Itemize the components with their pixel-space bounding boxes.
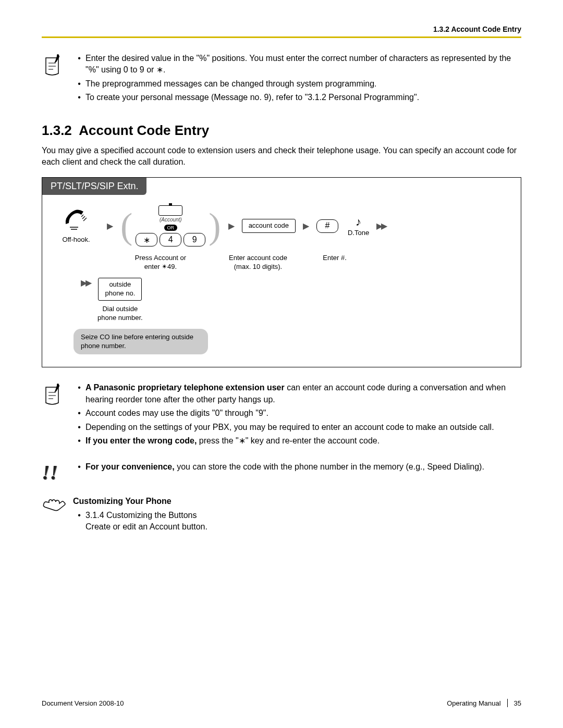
footer-doc-version: Document Version 2008-10 bbox=[42, 699, 124, 707]
outside-phone-box: outsidephone no. bbox=[98, 278, 142, 301]
footer-manual-name: Operating Manual bbox=[447, 699, 500, 707]
footer-page-number: 35 bbox=[514, 699, 521, 707]
caption-offhook: Off-hook. bbox=[62, 236, 90, 244]
header-rule bbox=[42, 36, 521, 38]
svg-point-9 bbox=[57, 384, 59, 386]
key-4: 4 bbox=[160, 233, 181, 246]
account-button-label: (Account) bbox=[160, 217, 182, 223]
arrow-icon: ▶ bbox=[107, 221, 113, 231]
handset-icon bbox=[63, 207, 90, 231]
note-bullet: Enter the desired value in the "%" posit… bbox=[85, 53, 521, 76]
exclaim-icon: !! bbox=[42, 462, 73, 483]
account-button-icon bbox=[158, 205, 182, 216]
caption-press-account: Press Account or enter ✴49. bbox=[121, 254, 200, 272]
key-9: 9 bbox=[183, 233, 205, 246]
note-bullet: Depending on the settings of your PBX, y… bbox=[85, 422, 521, 433]
note-icon bbox=[42, 54, 64, 78]
footer-separator bbox=[507, 699, 508, 707]
customize-bullet: 3.1.4 Customizing the ButtonsCreate or e… bbox=[85, 510, 521, 533]
tip-block: !! • For your convenience, you can store… bbox=[42, 461, 521, 483]
double-arrow-icon: ▶▶ bbox=[81, 278, 90, 288]
procedure-box: PT/SLT/PS/SIP Extn. Off-hook. ▶ ( bbox=[42, 177, 521, 367]
section-intro: You may give a specified account code to… bbox=[42, 145, 521, 168]
music-note-icon: ♪ bbox=[356, 215, 361, 229]
note-bullet: To create your personal message (Message… bbox=[85, 92, 521, 103]
section-heading: 1.3.2 Account Code Entry bbox=[42, 122, 521, 139]
customize-block: Customizing Your Phone • 3.1.4 Customizi… bbox=[42, 496, 521, 535]
procedure-tab: PT/SLT/PS/SIP Extn. bbox=[42, 178, 146, 195]
tip-bullet: For your convenience, you can store the … bbox=[85, 461, 521, 473]
account-code-box: account code bbox=[242, 219, 296, 233]
note-block-top: •Enter the desired value in the "%" posi… bbox=[42, 53, 521, 106]
header-breadcrumb: 1.3.2 Account Code Entry bbox=[42, 25, 521, 33]
or-pill: OR bbox=[164, 225, 178, 231]
callout-note: Seize CO line before entering outside ph… bbox=[74, 329, 208, 355]
key-hash: # bbox=[316, 219, 338, 233]
caption-enter-hash: Enter #. bbox=[316, 254, 353, 263]
note-bullet: If you enter the wrong code, press the "… bbox=[85, 435, 521, 447]
note-block-details: • A Panasonic proprietary telephone exte… bbox=[42, 382, 521, 449]
double-arrow-icon: ▶▶ bbox=[376, 221, 386, 231]
arrow-icon: ▶ bbox=[228, 221, 235, 231]
customize-heading: Customizing Your Phone bbox=[73, 496, 521, 507]
note-icon bbox=[42, 383, 64, 407]
key-star: ∗ bbox=[136, 233, 157, 246]
note-bullet: The preprogrammed messages can be change… bbox=[85, 78, 521, 90]
dtone-label: D.Tone bbox=[348, 229, 369, 237]
caption-dial-outside: Dial outside phone number. bbox=[97, 305, 143, 323]
arrow-icon: ▶ bbox=[303, 221, 309, 231]
note-bullet: A Panasonic proprietary telephone extens… bbox=[85, 382, 521, 405]
svg-point-3 bbox=[57, 54, 59, 56]
caption-enter-code: Enter account code (max. 10 digits). bbox=[222, 254, 295, 272]
page: 1.3.2 Account Code Entry •Enter the desi… bbox=[0, 0, 563, 728]
hand-pointer-icon bbox=[42, 497, 67, 514]
note-bullet: Account codes may use the digits "0" thr… bbox=[85, 408, 521, 419]
page-footer: Document Version 2008-10 Operating Manua… bbox=[42, 699, 521, 707]
